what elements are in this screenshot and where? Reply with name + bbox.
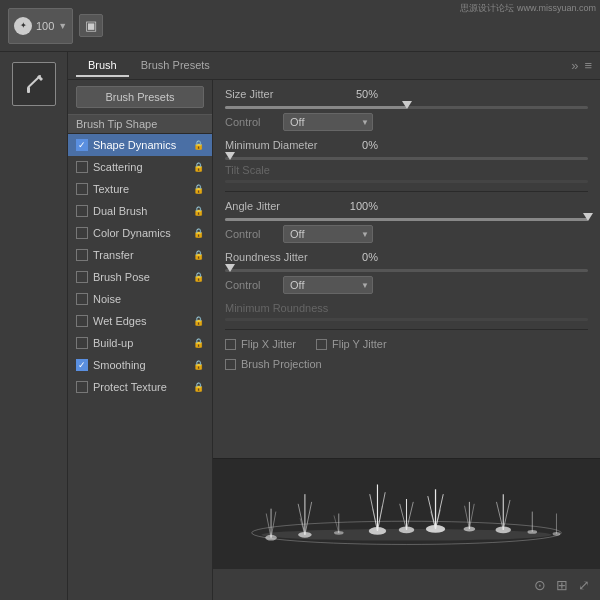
angle-jitter-value: 100% (343, 200, 378, 212)
brush-item-shape-dynamics[interactable]: ✓Shape Dynamics🔒 (68, 134, 212, 156)
lock-icon-wet-edges: 🔒 (193, 316, 204, 326)
min-diameter-label: Minimum Diameter (225, 139, 335, 151)
brush-projection-row: Brush Projection (225, 358, 588, 370)
roundness-jitter-label: Roundness Jitter (225, 251, 335, 263)
checkbox-noise[interactable] (76, 293, 88, 305)
flip-x-checkbox[interactable] (225, 339, 236, 350)
lock-icon-dual-brush: 🔒 (193, 206, 204, 216)
roundness-jitter-value: 0% (343, 251, 378, 263)
brush-tip-shape-header: Brush Tip Shape (68, 114, 212, 134)
label-noise: Noise (93, 293, 199, 305)
checkbox-wet-edges[interactable] (76, 315, 88, 327)
label-brush-pose: Brush Pose (93, 271, 188, 283)
brush-item-noise[interactable]: Noise (68, 288, 212, 310)
tilt-scale-slider[interactable] (225, 180, 588, 183)
lock-icon-scattering: 🔒 (193, 162, 204, 172)
preview-footer: ⊙ ⊞ ⤢ (213, 568, 600, 600)
angle-jitter-control-select[interactable]: Off Fade Pen Pressure Pen Tilt (283, 225, 373, 243)
size-jitter-value: 50% (343, 88, 378, 100)
size-jitter-control-select-wrapper[interactable]: Off Fade Pen Pressure Pen Tilt (283, 113, 373, 131)
min-roundness-label: Minimum Roundness (225, 302, 588, 314)
brush-item-build-up[interactable]: Build-up🔒 (68, 332, 212, 354)
save-icon[interactable]: ⤢ (578, 577, 590, 593)
checkbox-brush-pose[interactable] (76, 271, 88, 283)
settings-main: Size Jitter 50% Control Off Fade (213, 80, 600, 458)
brush-item-transfer[interactable]: Transfer🔒 (68, 244, 212, 266)
tab-controls: » ≡ (571, 58, 592, 73)
flip-y-row: Flip Y Jitter (316, 338, 387, 350)
angle-jitter-label: Angle Jitter (225, 200, 335, 212)
svg-line-33 (469, 504, 474, 529)
label-smoothing: Smoothing (93, 359, 188, 371)
min-roundness-slider[interactable] (225, 318, 588, 321)
svg-point-43 (261, 529, 551, 541)
brush-list-column: Brush Presets Brush Tip Shape ✓Shape Dyn… (68, 80, 213, 600)
brush-item-brush-pose[interactable]: Brush Pose🔒 (68, 266, 212, 288)
checkbox-shape-dynamics[interactable]: ✓ (76, 139, 88, 151)
checkbox-dual-brush[interactable] (76, 205, 88, 217)
brush-item-color-dynamics[interactable]: Color Dynamics🔒 (68, 222, 212, 244)
flip-y-label: Flip Y Jitter (332, 338, 387, 350)
grid-icon[interactable]: ⊞ (556, 577, 568, 593)
roundness-jitter-control-select-wrapper[interactable]: Off Fade (283, 276, 373, 294)
brush-item-protect-texture[interactable]: Protect Texture🔒 (68, 376, 212, 398)
roundness-jitter-control-label: Control (225, 279, 275, 291)
main-panel: Brush Brush Presets » ≡ Brush Presets Br… (68, 52, 600, 600)
brush-presets-button[interactable]: Brush Presets (76, 86, 204, 108)
roundness-jitter-control-row: Control Off Fade (225, 276, 588, 294)
lock-icon-shape-dynamics: 🔒 (193, 140, 204, 150)
checkbox-texture[interactable] (76, 183, 88, 195)
tab-brush-presets[interactable]: Brush Presets (129, 55, 222, 77)
expand-icon[interactable]: » (571, 58, 578, 73)
checkbox-transfer[interactable] (76, 249, 88, 261)
brush-item-dual-brush[interactable]: Dual Brush🔒 (68, 200, 212, 222)
tilt-scale-label: Tilt Scale (225, 164, 588, 176)
min-diameter-slider[interactable] (225, 157, 588, 160)
checkbox-protect-texture[interactable] (76, 381, 88, 393)
label-transfer: Transfer (93, 249, 188, 261)
brush-projection-label: Brush Projection (241, 358, 322, 370)
brush-size-chevron[interactable]: ▼ (58, 21, 67, 31)
size-jitter-label: Size Jitter (225, 88, 335, 100)
roundness-jitter-control-select[interactable]: Off Fade (283, 276, 373, 294)
flip-y-checkbox[interactable] (316, 339, 327, 350)
checkbox-build-up[interactable] (76, 337, 88, 349)
tab-brush[interactable]: Brush (76, 55, 129, 77)
tab-bar: Brush Brush Presets » ≡ (68, 52, 600, 80)
checkbox-smoothing[interactable]: ✓ (76, 359, 88, 371)
svg-line-22 (400, 504, 407, 530)
size-jitter-control-select[interactable]: Off Fade Pen Pressure Pen Tilt (283, 113, 373, 131)
brush-preview-dot: ✦ (14, 17, 32, 35)
top-toolbar: ✦ 100 ▼ ▣ (0, 0, 600, 52)
label-shape-dynamics: Shape Dynamics (93, 139, 188, 151)
brush-item-smoothing[interactable]: ✓Smoothing🔒 (68, 354, 212, 376)
menu-icon[interactable]: ≡ (584, 58, 592, 73)
brush-size-widget[interactable]: ✦ 100 ▼ (8, 8, 73, 44)
checkbox-scattering[interactable] (76, 161, 88, 173)
label-dual-brush: Dual Brush (93, 205, 188, 217)
brush-item-wet-edges[interactable]: Wet Edges🔒 (68, 310, 212, 332)
lock-icon-protect-texture: 🔒 (193, 382, 204, 392)
label-wet-edges: Wet Edges (93, 315, 188, 327)
left-toolbar (0, 52, 68, 600)
options-button[interactable]: ▣ (79, 14, 103, 37)
brush-item-texture[interactable]: Texture🔒 (68, 178, 212, 200)
lock-icon-color-dynamics: 🔒 (193, 228, 204, 238)
min-diameter-value: 0% (343, 139, 378, 151)
brush-tool-icon[interactable] (12, 62, 56, 106)
svg-line-8 (298, 504, 305, 535)
label-color-dynamics: Color Dynamics (93, 227, 188, 239)
checkbox-color-dynamics[interactable] (76, 227, 88, 239)
roundness-jitter-slider[interactable] (225, 269, 588, 272)
flip-x-label: Flip X Jitter (241, 338, 296, 350)
size-jitter-control-label: Control (225, 116, 275, 128)
panel-content: Brush Presets Brush Tip Shape ✓Shape Dyn… (68, 80, 600, 600)
brush-item-scattering[interactable]: Scattering🔒 (68, 156, 212, 178)
angle-jitter-slider[interactable] (225, 218, 588, 221)
angle-jitter-control-select-wrapper[interactable]: Off Fade Pen Pressure Pen Tilt (283, 225, 373, 243)
eye-icon[interactable]: ⊙ (534, 577, 546, 593)
brush-projection-checkbox[interactable] (225, 359, 236, 370)
label-scattering: Scattering (93, 161, 188, 173)
size-jitter-slider[interactable] (225, 106, 588, 109)
size-jitter-control-row: Control Off Fade Pen Pressure Pen Tilt (225, 113, 588, 131)
